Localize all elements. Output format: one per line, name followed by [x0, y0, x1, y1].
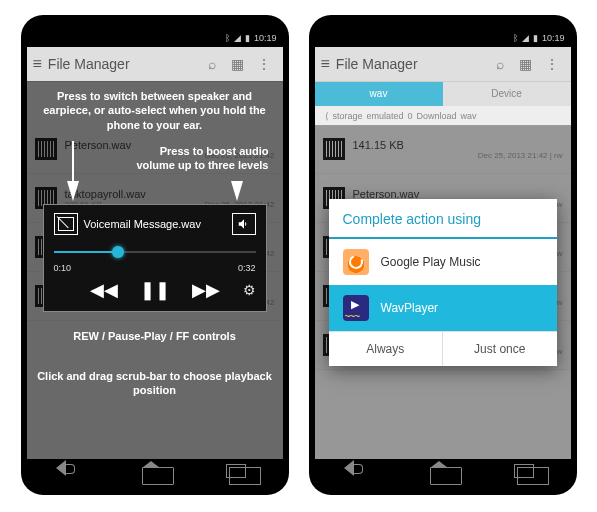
wavplayer-icon	[343, 295, 369, 321]
scrub-progress	[54, 251, 119, 253]
elapsed-time: 0:10	[54, 263, 72, 273]
scrub-thumb[interactable]	[112, 246, 124, 258]
clock: 10:19	[542, 33, 565, 43]
home-button[interactable]	[142, 467, 174, 485]
hamburger-icon[interactable]: ≡	[321, 55, 330, 73]
chooser-item-gpm[interactable]: Google Play Music	[329, 239, 557, 285]
total-time: 0:32	[238, 263, 256, 273]
nav-bar	[21, 461, 289, 491]
always-button[interactable]: Always	[329, 332, 444, 366]
app-title: File Manager	[48, 56, 199, 72]
chooser-item-wavplayer[interactable]: WavPlayer	[329, 285, 557, 331]
tab-device[interactable]: Device	[443, 82, 571, 106]
down-arrow-icon	[67, 181, 79, 201]
rewind-button[interactable]: ◀◀	[90, 279, 118, 301]
recents-button[interactable]	[517, 467, 549, 485]
grid-icon[interactable]: ▦	[513, 56, 539, 72]
clock: 10:19	[254, 33, 277, 43]
arrow-stem	[72, 141, 74, 181]
app-bar: ≡ File Manager ⌕ ▦ ⋮	[27, 47, 283, 82]
tab-wav[interactable]: wav	[315, 82, 443, 106]
back-button[interactable]	[48, 460, 88, 492]
tip-controls: REW / Pause-Play / FF controls	[37, 329, 273, 343]
speaker-toggle-button[interactable]	[54, 213, 78, 235]
signal-icon: ◢	[522, 33, 529, 43]
pause-button[interactable]: ❚❚	[140, 279, 170, 301]
hamburger-icon[interactable]: ≡	[33, 55, 42, 73]
player-popup: Voicemail Message.wav 0:10 0:32 ◀◀ ❚❚ ▶▶…	[43, 204, 267, 312]
gear-icon[interactable]: ⚙	[243, 282, 256, 298]
tip-scrub: Click and drag scrub-bar to choose playb…	[37, 369, 273, 398]
overflow-icon[interactable]: ⋮	[539, 56, 565, 72]
screen: ᛒ ◢ ▮ 10:19 ≡ File Manager ⌕ ▦ ⋮ wav Dev…	[315, 29, 571, 459]
google-play-music-icon	[343, 249, 369, 275]
recents-button[interactable]	[229, 467, 261, 485]
home-button[interactable]	[430, 467, 462, 485]
nav-bar	[309, 461, 577, 491]
action-chooser: Complete action using Google Play Music …	[329, 199, 557, 366]
chooser-title: Complete action using	[329, 199, 557, 239]
breadcrumb[interactable]: ⟨ storage emulated 0 Download wav	[315, 106, 571, 126]
app-bar: ≡ File Manager ⌕ ▦ ⋮	[315, 47, 571, 82]
track-title: Voicemail Message.wav	[84, 218, 226, 230]
tip-boost: Press to boost audio volume up to three …	[127, 144, 269, 173]
bluetooth-icon: ᛒ	[225, 33, 230, 43]
bluetooth-icon: ᛒ	[513, 33, 518, 43]
chooser-item-label: Google Play Music	[381, 255, 481, 269]
search-icon[interactable]: ⌕	[487, 56, 513, 72]
chooser-item-label: WavPlayer	[381, 301, 439, 315]
status-bar: ᛒ ◢ ▮ 10:19	[315, 29, 571, 47]
phone-right: ᛒ ◢ ▮ 10:19 ≡ File Manager ⌕ ▦ ⋮ wav Dev…	[309, 15, 577, 495]
status-bar: ᛒ ◢ ▮ 10:19	[27, 29, 283, 47]
phone-left: ᛒ ◢ ▮ 10:19 ≡ File Manager ⌕ ▦ ⋮ Peterso…	[21, 15, 289, 495]
app-title: File Manager	[336, 56, 487, 72]
signal-icon: ◢	[234, 33, 241, 43]
battery-icon: ▮	[245, 33, 250, 43]
overflow-icon[interactable]: ⋮	[251, 56, 277, 72]
screen: ᛒ ◢ ▮ 10:19 ≡ File Manager ⌕ ▦ ⋮ Peterso…	[27, 29, 283, 459]
down-arrow-icon	[231, 181, 243, 201]
scrub-bar[interactable]	[54, 245, 256, 259]
back-button[interactable]	[336, 460, 376, 492]
battery-icon: ▮	[533, 33, 538, 43]
boost-button[interactable]	[232, 213, 256, 235]
tab-bar: wav Device	[315, 82, 571, 106]
search-icon[interactable]: ⌕	[199, 56, 225, 72]
tip-speaker: Press to switch between speaker and earp…	[37, 89, 273, 132]
forward-button[interactable]: ▶▶	[192, 279, 220, 301]
just-once-button[interactable]: Just once	[443, 332, 557, 366]
grid-icon[interactable]: ▦	[225, 56, 251, 72]
